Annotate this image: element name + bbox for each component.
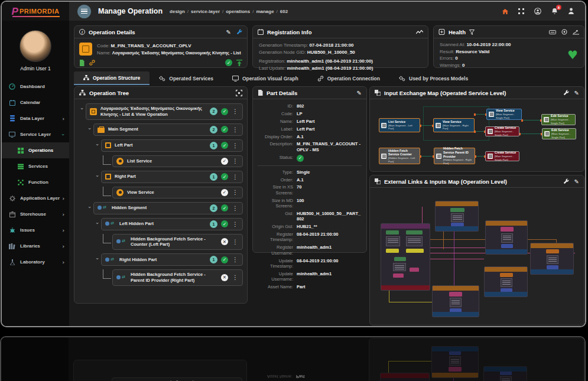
sidebar-item-services[interactable]: Services bbox=[2, 158, 69, 174]
graph-group-5[interactable] bbox=[484, 266, 528, 297]
tree-node[interactable]: View Service✓⋮ bbox=[112, 187, 243, 198]
tab-operation-structure[interactable]: Operation Structure bbox=[74, 71, 150, 85]
chevron-down-icon[interactable]: › bbox=[95, 141, 100, 148]
wrench-icon[interactable] bbox=[563, 178, 569, 184]
tree-node[interactable]: Λογαριασμός Έκδοσης Μηνύματος Οικονομική… bbox=[86, 103, 243, 120]
home-icon[interactable] bbox=[502, 8, 508, 15]
console-icon[interactable] bbox=[549, 30, 556, 34]
graph-node[interactable] bbox=[547, 255, 558, 264]
graph-group-3[interactable] bbox=[485, 220, 528, 255]
chevron-down-icon[interactable]: › bbox=[87, 125, 93, 132]
row-menu-icon[interactable]: ⋮ bbox=[232, 158, 239, 164]
link-icon[interactable] bbox=[89, 60, 95, 66]
sidebar-item-libraries[interactable]: Libraries› bbox=[2, 238, 69, 254]
row-menu-icon[interactable]: ⋮ bbox=[232, 221, 239, 227]
tab-operation-connection[interactable]: Operation Connection bbox=[308, 71, 389, 85]
filter-icon[interactable] bbox=[469, 30, 475, 35]
chevron-down-icon[interactable]: › bbox=[95, 255, 100, 262]
graph-node[interactable] bbox=[393, 263, 406, 271]
map-node-view-service[interactable]: View Service[Main Segment - Single Part] bbox=[486, 109, 522, 120]
row-menu-icon[interactable]: ⋮ bbox=[232, 256, 239, 263]
row-menu-icon[interactable]: ⋮ bbox=[232, 142, 239, 149]
graph-node[interactable] bbox=[450, 298, 462, 307]
tab-operated-services[interactable]: Operated Services bbox=[150, 71, 223, 85]
map-node-view-service[interactable]: View Service[Main Segment - Right Part] bbox=[433, 118, 475, 132]
publish-icon[interactable] bbox=[236, 60, 242, 66]
map-node-list-service[interactable]: List Service[Main Segment - Left Part] bbox=[379, 118, 420, 132]
sidebar-item-calendar[interactable]: Calendar bbox=[2, 95, 69, 110]
tools-icon[interactable] bbox=[236, 29, 242, 35]
graph-group-2[interactable] bbox=[381, 223, 430, 291]
tree-node[interactable]: Left Part1✓⋮ bbox=[101, 139, 243, 152]
sidebar-item-function[interactable]: Function bbox=[2, 174, 69, 190]
document-icon[interactable] bbox=[79, 60, 85, 66]
map-node-edit-service[interactable]: Edit Service[Main Segment - Single Part] bbox=[542, 128, 576, 139]
row-menu-icon[interactable]: ⋮ bbox=[232, 239, 239, 245]
sidebar-item-laboratory[interactable]: Laboratory› bbox=[2, 254, 69, 270]
map-node-edit-service[interactable]: Edit Service[Main Segment - Single Part] bbox=[541, 114, 576, 125]
activity-chart-icon[interactable] bbox=[416, 30, 423, 35]
avatar[interactable] bbox=[20, 30, 51, 62]
edit-part-icon[interactable]: ✎ bbox=[357, 90, 362, 96]
tree-node[interactable]: Main Segment2✓⋮ bbox=[93, 123, 243, 136]
graph-node[interactable] bbox=[501, 278, 512, 287]
user-menu-icon[interactable] bbox=[568, 8, 574, 15]
fullscreen-icon[interactable] bbox=[518, 8, 524, 14]
scan-icon[interactable] bbox=[561, 29, 567, 35]
notifications-bell-icon[interactable]: 8 bbox=[551, 8, 558, 15]
breadcrumb-segment-manage[interactable]: manage bbox=[256, 9, 274, 14]
tree-node[interactable]: ⇄Right Hidden Part1✓⋮ bbox=[101, 253, 243, 266]
tree-node[interactable]: Right Part1✓⋮ bbox=[101, 171, 243, 183]
map-node-create-service[interactable]: Create Service[Main Segment - Single Par… bbox=[485, 126, 519, 136]
chevron-down-icon[interactable]: › bbox=[87, 204, 93, 211]
breadcrumb-segment-design[interactable]: design bbox=[170, 9, 185, 14]
graph-node[interactable] bbox=[406, 236, 423, 246]
map-node-hidden-fetch-service-parent-id-provider[interactable]: Hidden Fetch Service Parent ID Provider[… bbox=[434, 148, 475, 164]
chevron-down-icon[interactable]: › bbox=[95, 172, 100, 180]
sidebar-item-storehouse[interactable]: Storehouse› bbox=[2, 206, 69, 222]
sidebar-item-operations[interactable]: Operations bbox=[2, 142, 69, 158]
breadcrumb-segment-operations[interactable]: operations bbox=[226, 9, 250, 14]
chevron-down-icon[interactable]: › bbox=[79, 105, 85, 112]
row-menu-icon[interactable]: ⋮ bbox=[232, 126, 239, 133]
tree-node[interactable]: ⇄Hidden Segment2✓⋮ bbox=[93, 202, 243, 214]
hamburger-menu-icon[interactable] bbox=[77, 5, 91, 18]
tree-node[interactable]: ⇄Hidden Background Fetch Service - Count… bbox=[112, 234, 243, 250]
map-node-hidden-fetch-service-counter[interactable]: Hidden Fetch Service Counter[Hidden Segm… bbox=[379, 148, 420, 164]
trend-icon[interactable] bbox=[573, 30, 579, 35]
breadcrumb-segment-service-layer[interactable]: service-layer bbox=[191, 9, 220, 14]
bug-icon bbox=[9, 227, 15, 233]
edit-input-map-icon[interactable]: ✎ bbox=[574, 90, 579, 96]
tree-node[interactable]: ⇄Hidden Background Fetch Service - Paren… bbox=[112, 269, 243, 286]
account-icon[interactable] bbox=[534, 8, 541, 15]
graph-node[interactable] bbox=[451, 213, 464, 222]
row-menu-icon[interactable]: ⋮ bbox=[232, 205, 239, 211]
expand-tree-icon[interactable] bbox=[236, 90, 242, 96]
sidebar-item-dashboard[interactable]: Dashboard bbox=[2, 79, 69, 95]
edit-operation-icon[interactable]: ✎ bbox=[226, 29, 231, 35]
tab-operation-visual-graph[interactable]: Operation Visual Graph bbox=[223, 71, 308, 85]
sidebar-item-issues[interactable]: Issues› bbox=[2, 222, 69, 238]
sidebar-item-data-layer[interactable]: Data Layer› bbox=[2, 110, 69, 126]
row-menu-icon[interactable]: ⋮ bbox=[232, 108, 239, 115]
graph-node[interactable] bbox=[501, 233, 513, 243]
graph-chip bbox=[410, 268, 419, 272]
row-menu-icon[interactable]: ⋮ bbox=[232, 274, 239, 281]
edit-external-map-icon[interactable]: ✎ bbox=[574, 178, 579, 185]
graph-group-6[interactable] bbox=[432, 285, 479, 317]
logo[interactable]: P PRIMORDIA bbox=[2, 2, 69, 21]
sidebar-item-service-layer[interactable]: Service Layer› bbox=[2, 126, 69, 142]
graph-group-1[interactable] bbox=[435, 201, 479, 232]
row-menu-icon[interactable]: ⋮ bbox=[232, 189, 239, 196]
tab-used-by-process-models[interactable]: Used by Process Models bbox=[389, 71, 477, 85]
row-menu-icon[interactable]: ⋮ bbox=[232, 174, 239, 180]
wrench-icon[interactable] bbox=[563, 90, 569, 96]
sidebar-item-application-layer[interactable]: Application Layer› bbox=[2, 190, 69, 206]
breadcrumb-segment-602[interactable]: 602 bbox=[280, 9, 288, 14]
tree-node[interactable]: ⇄Left Hidden Part1✓⋮ bbox=[101, 218, 243, 230]
map-node-create-service[interactable]: Create Service[Main Segment - Single Par… bbox=[485, 151, 519, 161]
graph-group-4[interactable] bbox=[530, 243, 574, 275]
chevron-down-icon[interactable]: › bbox=[95, 220, 100, 227]
graph-node[interactable] bbox=[386, 236, 400, 246]
tree-node[interactable]: List Service✓⋮ bbox=[112, 155, 243, 167]
